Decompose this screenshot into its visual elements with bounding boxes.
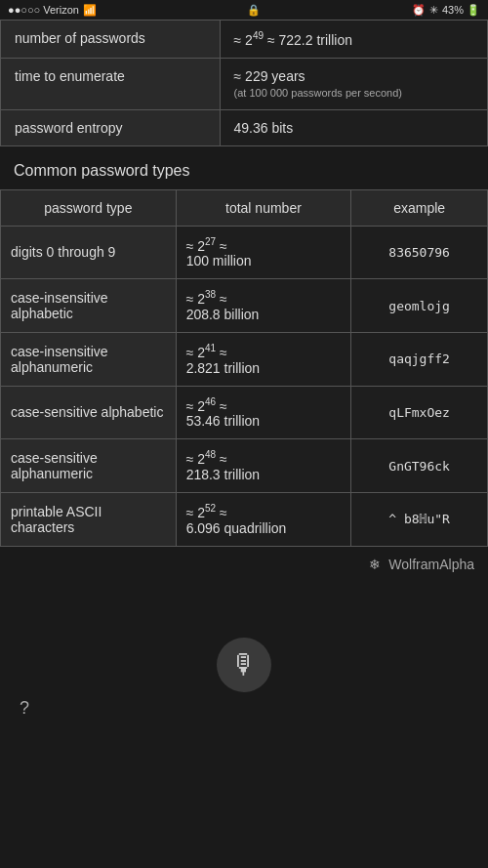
status-left: ●●○○○ Verizon 📶 bbox=[8, 4, 97, 17]
col-header-example: example bbox=[351, 189, 488, 226]
battery-label: 43% 🔋 bbox=[442, 4, 480, 17]
bluetooth-icon: ✳ bbox=[429, 4, 438, 17]
col-header-total: total number bbox=[176, 189, 351, 226]
total-case-sensitive-alpha: ≈ 246 ≈53.46 trillion bbox=[176, 386, 351, 439]
type-digits: digits 0 through 9 bbox=[1, 226, 177, 279]
type-case-insensitive-alpha: case-insensitive alphabetic bbox=[1, 279, 177, 333]
status-bar: ●●○○○ Verizon 📶 🔒 ⏰ ✳ 43% 🔋 bbox=[0, 0, 488, 20]
type-case-sensitive-alnum: case-sensitive alphanumeric bbox=[1, 439, 177, 493]
help-button[interactable]: ? bbox=[20, 698, 29, 719]
type-printable-ascii: printable ASCII characters bbox=[1, 492, 177, 546]
example-case-insensitive-alnum: qaqjgff2 bbox=[351, 332, 488, 386]
mic-icon: 🎙 bbox=[230, 648, 258, 681]
total-case-insensitive-alpha: ≈ 238 ≈208.8 billion bbox=[176, 279, 351, 333]
summary-value-passwords: ≈ 249 ≈ 722.2 trillion bbox=[220, 21, 487, 59]
type-case-insensitive-alnum: case-insensitive alphanumeric bbox=[1, 332, 177, 386]
total-digits: ≈ 227 ≈100 million bbox=[176, 226, 351, 279]
summary-label-entropy: password entropy bbox=[1, 109, 221, 145]
summary-value-entropy: 49.36 bits bbox=[220, 109, 487, 145]
time-note: (at 100 000 passwords per second) bbox=[234, 87, 402, 99]
main-content: number of passwords ≈ 249 ≈ 722.2 trilli… bbox=[0, 20, 488, 582]
table-row: case-insensitive alphanumeric ≈ 241 ≈2.8… bbox=[1, 332, 488, 386]
table-row: password entropy 49.36 bits bbox=[1, 109, 488, 145]
example-digits: 83650796 bbox=[351, 226, 488, 279]
example-case-sensitive-alnum: GnGT96ck bbox=[351, 439, 488, 493]
table-row: case-sensitive alphabetic ≈ 246 ≈53.46 t… bbox=[1, 386, 488, 439]
summary-table: number of passwords ≈ 249 ≈ 722.2 trilli… bbox=[0, 20, 488, 146]
total-printable-ascii: ≈ 252 ≈6.096 quadrillion bbox=[176, 492, 351, 546]
col-header-type: password type bbox=[1, 189, 177, 226]
bottom-area: 🎙 ? bbox=[0, 582, 488, 758]
section-heading: Common password types bbox=[0, 146, 488, 189]
status-right: ⏰ ✳ 43% 🔋 bbox=[412, 4, 480, 17]
example-case-insensitive-alpha: geomlojg bbox=[351, 279, 488, 333]
table-row: number of passwords ≈ 249 ≈ 722.2 trilli… bbox=[1, 21, 488, 59]
type-case-sensitive-alpha: case-sensitive alphabetic bbox=[1, 386, 177, 439]
password-types-table: password type total number example digit… bbox=[0, 189, 488, 547]
lock-icon: 🔒 bbox=[247, 4, 261, 17]
alarm-icon: ⏰ bbox=[412, 4, 426, 17]
wolfram-name: WolframAlpha bbox=[388, 557, 474, 572]
table-row: digits 0 through 9 ≈ 227 ≈100 million 83… bbox=[1, 226, 488, 279]
table-header-row: password type total number example bbox=[1, 189, 488, 226]
table-row: case-insensitive alphabetic ≈ 238 ≈208.8… bbox=[1, 279, 488, 333]
summary-label-time: time to enumerate bbox=[1, 58, 221, 109]
table-row: time to enumerate ≈ 229 years (at 100 00… bbox=[1, 58, 488, 109]
total-case-sensitive-alnum: ≈ 248 ≈218.3 trillion bbox=[176, 439, 351, 493]
table-row: case-sensitive alphanumeric ≈ 248 ≈218.3… bbox=[1, 439, 488, 493]
table-row: printable ASCII characters ≈ 252 ≈6.096 … bbox=[1, 492, 488, 546]
wolfram-logo: ❄ WolframAlpha bbox=[0, 547, 488, 582]
wifi-icon: 📶 bbox=[83, 4, 97, 17]
summary-value-time: ≈ 229 years (at 100 000 passwords per se… bbox=[220, 58, 487, 109]
mic-button[interactable]: 🎙 bbox=[217, 638, 271, 692]
example-printable-ascii: ^ b8ℍu"R bbox=[351, 492, 488, 546]
summary-label-passwords: number of passwords bbox=[1, 21, 221, 59]
carrier-label: ●●○○○ Verizon bbox=[8, 4, 79, 16]
wolfram-snowflake-icon: ❄ bbox=[369, 557, 381, 572]
total-case-insensitive-alnum: ≈ 241 ≈2.821 trillion bbox=[176, 332, 351, 386]
example-case-sensitive-alpha: qLFmxOez bbox=[351, 386, 488, 439]
